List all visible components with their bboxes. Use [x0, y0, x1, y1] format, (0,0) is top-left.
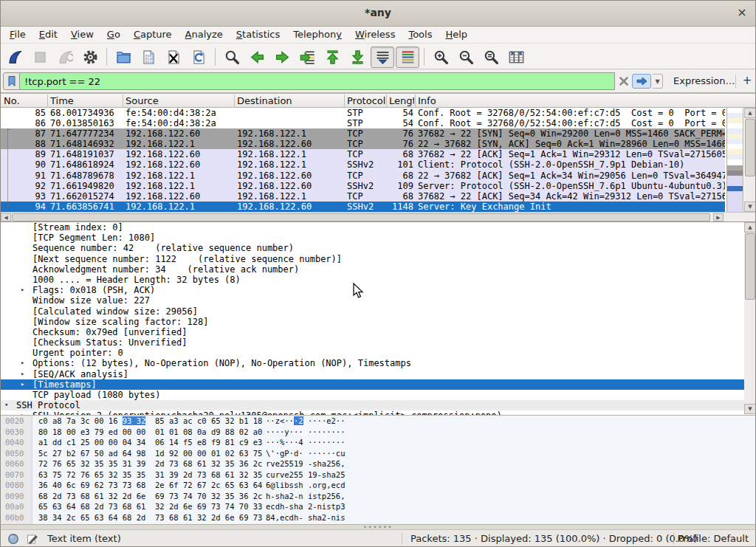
hex-bytes[interactable]: 36 40 6c 69 62 73 73 68 2e 6f 72 67 2c 6…	[38, 481, 262, 489]
column-header-info[interactable]: Info	[418, 95, 521, 106]
detail-line[interactable]: ▸[SEQ/ACK analysis]	[0, 369, 756, 379]
zoom-reset-button[interactable]	[479, 47, 503, 68]
hex-ascii[interactable]: 6@libssh .org,ecd	[266, 481, 345, 489]
packet-row-89[interactable]: 8971.648191037192.168.122.60192.168.122.…	[0, 149, 725, 159]
filter-bookmark-button[interactable]	[3, 72, 20, 90]
packet-row-91[interactable]: 9171.648789678192.168.122.1192.168.122.6…	[0, 171, 725, 181]
hex-ascii[interactable]: ··z<···2 ····e2··	[266, 416, 346, 425]
details-vertical-scrollbar[interactable]: ▲ ▼	[744, 222, 756, 414]
detail-line[interactable]: [Window size scaling factor: 128]	[0, 317, 756, 327]
hex-ascii[interactable]: ···%···4 ········	[266, 438, 345, 447]
hex-bytes[interactable]: 65 63 64 68 2d 73 68 61 32 2d 6e 69 73 7…	[38, 502, 262, 511]
detail-line[interactable]: ▾SSH Protocol	[0, 400, 756, 410]
menu-help[interactable]: Help	[439, 27, 474, 41]
capture-options-button[interactable]	[78, 47, 102, 68]
expand-arrow-icon[interactable]: ▸	[21, 359, 24, 366]
hex-bytes[interactable]: 5c 27 b2 67 50 ad 64 98 1d 92 00 00 01 0…	[38, 449, 262, 458]
scroll-up-arrow[interactable]: ▲	[744, 222, 756, 233]
detail-line[interactable]: [TCP Segment Len: 1080]	[0, 233, 756, 243]
hex-bytes[interactable]: 72 76 65 32 35 35 31 39 2d 73 68 61 32 3…	[38, 459, 262, 468]
start-capture-button[interactable]	[3, 47, 27, 68]
hex-ascii[interactable]: ecdh-sha 2-nistp3	[266, 502, 345, 511]
find-packet-button[interactable]	[220, 47, 244, 68]
column-separator[interactable]	[47, 94, 48, 108]
packet-row-86[interactable]: 8670.013850163fe:54:00:d4:38:2aSTP54Conf…	[0, 118, 725, 128]
detail-line[interactable]: Checksum: 0x79ed [unverified]	[0, 327, 756, 337]
close-file-button[interactable]	[162, 47, 185, 68]
scroll-left-arrow[interactable]: ◀	[1, 213, 11, 221]
detail-line[interactable]: [Next sequence number: 1122 (relative se…	[0, 254, 756, 264]
scroll-down-arrow[interactable]: ▼	[744, 202, 756, 212]
packet-row-94[interactable]: 9471.663856741192.168.122.1192.168.122.6…	[0, 202, 725, 212]
expand-arrow-icon[interactable]: ▸	[21, 286, 24, 293]
expand-arrow-icon[interactable]: ▸	[21, 380, 24, 388]
menu-telephony[interactable]: Telephony	[286, 27, 348, 41]
hex-row-0080[interactable]: 008036 40 6c 69 62 73 73 68 2e 6f 72 67 …	[0, 480, 756, 491]
open-file-button[interactable]	[111, 47, 135, 68]
packet-row-87[interactable]: 8771.647777234192.168.122.60192.168.122.…	[0, 128, 725, 139]
hex-bytes[interactable]: a1 dd c1 25 00 00 04 34 06 14 f5 e8 f9 8…	[38, 438, 262, 447]
scrollbar-thumb[interactable]	[12, 213, 710, 221]
column-header-source[interactable]: Source	[126, 95, 229, 106]
scroll-down-arrow[interactable]: ▼	[744, 404, 756, 414]
menu-go[interactable]: Go	[100, 27, 127, 41]
save-file-button[interactable]: 010101100111	[137, 47, 160, 68]
expand-arrow-icon[interactable]: ▸	[21, 370, 24, 377]
hex-ascii[interactable]: curve255 19-sha25	[266, 470, 345, 479]
go-forward-button[interactable]	[270, 47, 294, 68]
scrollbar-thumb[interactable]	[745, 119, 755, 176]
detail-line[interactable]: Window size value: 227	[0, 295, 756, 306]
hex-row-0030[interactable]: 003080 18 00 e3 79 ed 00 00 01 01 08 0a …	[0, 427, 756, 438]
hex-row-00b0[interactable]: 00b038 34 2c 65 63 64 68 2d 73 68 61 32 …	[0, 512, 756, 523]
zoom-out-button[interactable]	[454, 47, 478, 68]
detail-line[interactable]: [Calculated window size: 29056]	[0, 306, 756, 317]
hex-bytes[interactable]: 38 34 2c 65 63 64 68 2d 73 68 61 32 2d 6…	[38, 513, 262, 522]
packet-row-88[interactable]: 8871.648146932192.168.122.1192.168.122.6…	[0, 139, 725, 149]
detail-line[interactable]: [Checksum Status: Unverified]	[0, 337, 756, 348]
menu-view[interactable]: View	[64, 27, 100, 41]
filter-history-dropdown[interactable]: ▼	[653, 74, 663, 89]
filter-clear-button[interactable]	[616, 74, 631, 89]
scroll-right-arrow[interactable]: ▶	[713, 213, 724, 221]
hex-bytes[interactable]: 80 18 00 e3 79 ed 00 00 01 01 08 0a d9 8…	[38, 427, 262, 436]
go-back-button[interactable]	[245, 47, 269, 68]
detail-line[interactable]: Sequence number: 42 (relative sequence n…	[0, 243, 756, 253]
hex-ascii[interactable]: h-sha2-n istp256,	[266, 492, 345, 500]
hex-row-00a0[interactable]: 00a065 63 64 68 2d 73 68 61 32 2d 6e 69 …	[0, 501, 756, 512]
menu-wireless[interactable]: Wireless	[348, 27, 402, 41]
hex-row-0090[interactable]: 009068 2d 73 68 61 32 2d 6e 69 73 74 70 …	[0, 491, 756, 502]
go-top-button[interactable]	[320, 47, 344, 68]
column-separator[interactable]	[415, 94, 416, 108]
menu-analyze[interactable]: Analyze	[179, 27, 230, 41]
hex-ascii[interactable]: \'·gP·d· ······cu	[266, 449, 345, 458]
close-window-button[interactable]: ×	[734, 4, 750, 21]
hex-row-0070[interactable]: 007063 75 72 76 65 32 35 35 31 39 2d 73 …	[0, 469, 756, 481]
detail-line[interactable]: ▸Flags: 0x018 (PSH, ACK)	[0, 285, 756, 295]
hex-row-0050[interactable]: 00505c 27 b2 67 50 ad 64 98 1d 92 00 00 …	[0, 448, 756, 459]
packet-row-92[interactable]: 9271.661949820192.168.122.1192.168.122.6…	[0, 181, 725, 191]
display-filter-input[interactable]	[20, 72, 615, 90]
hex-bytes[interactable]: c0 a8 7a 3c 00 16 93 32 85 a3 ac c0 65 3…	[38, 416, 262, 425]
detail-line[interactable]: Urgent pointer: 0	[0, 348, 756, 358]
packet-row-90[interactable]: 9071.648618924192.168.122.60192.168.122.…	[0, 159, 725, 170]
expert-info-button[interactable]	[7, 533, 19, 545]
hex-row-0020[interactable]: 0020c0 a8 7a 3c 00 16 93 32 85 a3 ac c0 …	[0, 416, 756, 427]
menu-tools[interactable]: Tools	[402, 27, 439, 41]
hex-ascii[interactable]: rve25519 -sha256,	[266, 459, 345, 468]
hex-row-0060[interactable]: 006072 76 65 32 35 35 31 39 2d 73 68 61 …	[0, 458, 756, 469]
expression-button[interactable]: Expression…	[673, 75, 735, 86]
packet-list-vertical-scrollbar[interactable]: ▲ ▼	[744, 108, 756, 212]
capture-comment-button[interactable]	[27, 533, 38, 545]
column-header-length[interactable]: Length	[389, 95, 414, 106]
packet-list-horizontal-scrollbar[interactable]: ◀ ▶	[0, 212, 756, 221]
column-separator[interactable]	[234, 94, 235, 108]
go-bottom-button[interactable]	[346, 47, 369, 68]
menu-edit[interactable]: Edit	[32, 27, 64, 41]
colorize-button[interactable]	[396, 47, 419, 68]
stop-capture-button[interactable]	[28, 47, 52, 68]
column-separator[interactable]	[386, 94, 387, 108]
hex-ascii[interactable]: 84,ecdh- sha2-nis	[266, 513, 345, 522]
hex-status-splitter[interactable]: ••••••	[0, 524, 756, 529]
scroll-up-arrow[interactable]: ▲	[744, 108, 756, 118]
detail-line[interactable]: TCP payload (1080 bytes)	[0, 390, 756, 400]
